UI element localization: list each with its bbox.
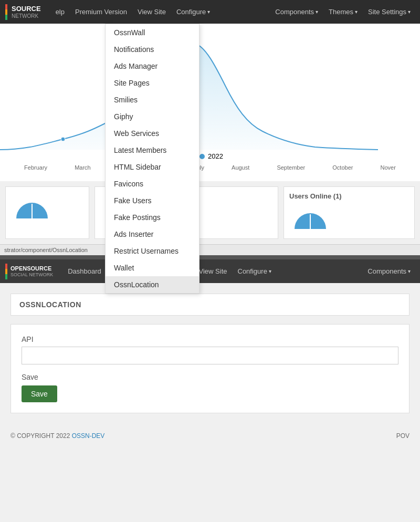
configure-dropdown: OssnWall Notifications Ads Manager Site …: [105, 24, 200, 294]
bottom-navbar: OPENSOURCE SOCIAL NETWORK Dashboard Help…: [0, 259, 420, 283]
brand-sub: NETWORK: [12, 13, 41, 19]
footer-right: POV: [396, 432, 410, 440]
save-button[interactable]: Save: [22, 385, 57, 402]
nav-view-site[interactable]: View Site: [133, 6, 170, 18]
users-online-chart: [289, 203, 331, 232]
bottom-brand-sub: SOCIAL NETWORK: [10, 272, 53, 277]
bottom-nav-dashboard[interactable]: Dashboard: [64, 265, 106, 277]
bottom-configure-caret: ▾: [269, 268, 271, 274]
api-input[interactable]: [22, 347, 398, 364]
dropdown-ads-manager[interactable]: Ads Manager: [106, 58, 199, 75]
bottom-components-caret: ▾: [408, 268, 411, 274]
top-navbar: SOURCE NETWORK elp Premium Version View …: [0, 0, 420, 24]
x-label-feb: February: [24, 164, 47, 171]
x-label-nov: Nover: [381, 164, 396, 171]
brand-name: SOURCE: [12, 5, 41, 13]
dropdown-web-services[interactable]: Web Services: [106, 125, 199, 142]
footer: © COPYRIGHT 2022 OSSN-DEV POV: [0, 424, 420, 448]
bottom-nav-components[interactable]: Components ▾: [363, 265, 415, 277]
api-label: API: [22, 335, 398, 343]
nav-site-settings[interactable]: Site Settings ▾: [364, 6, 415, 18]
dropdown-latest-members[interactable]: Latest Members: [106, 142, 199, 159]
x-label-mar: March: [75, 164, 91, 171]
dropdown-html-sidebar[interactable]: HTML Sidebar: [106, 159, 199, 175]
brand-logo: SOURCE NETWORK: [5, 4, 41, 20]
dropdown-fake-users[interactable]: Fake Users: [106, 192, 199, 209]
footer-copyright: © COPYRIGHT 2022 OSSN-DEV: [10, 432, 104, 440]
nav-components[interactable]: Components ▾: [271, 6, 322, 18]
dropdown-favicons[interactable]: Favicons: [106, 175, 199, 192]
section-divider: [0, 255, 420, 259]
main-content: OSSNLOCATION API Save Save: [0, 283, 420, 424]
themes-caret: ▾: [355, 9, 358, 15]
users-online-title: Users Online (1): [289, 192, 409, 200]
url-bar: strator/component/OssnLocation: [0, 244, 420, 255]
right-card: Users Online (1): [284, 186, 415, 239]
bottom-nav-view-site[interactable]: View Site: [195, 265, 232, 277]
nav-themes[interactable]: Themes ▾: [324, 6, 362, 18]
dropdown-restrict-usernames[interactable]: Restrict Usernames: [106, 243, 199, 259]
chart-svg: [0, 34, 420, 160]
dropdown-giphy[interactable]: Giphy: [106, 108, 199, 125]
dropdown-wallet[interactable]: Wallet: [106, 259, 199, 276]
x-label-oct: October: [332, 164, 353, 171]
bottom-brand-name: OPENSOURCE: [10, 265, 53, 272]
dropdown-notifications[interactable]: Notifications: [106, 41, 199, 58]
chart-area: 2022 February March A... June July Augus…: [0, 24, 420, 181]
nav-help[interactable]: elp: [51, 6, 69, 18]
bottom-logo-bar: [5, 264, 7, 279]
dropdown-ossn-location[interactable]: OssnLocation: [106, 276, 199, 293]
logo-color-bar: [5, 4, 7, 20]
dropdown-site-pages[interactable]: Site Pages: [106, 75, 199, 91]
legend-dot-2022: [200, 154, 205, 159]
page-title: OSSNLOCATION: [19, 300, 81, 309]
page-header: OSSNLOCATION: [10, 294, 410, 316]
x-label-sep: September: [277, 164, 305, 171]
bottom-nav-configure[interactable]: Configure ▾: [234, 265, 276, 277]
bottom-brand: OPENSOURCE SOCIAL NETWORK: [5, 264, 53, 279]
x-label-aug: August: [232, 164, 249, 171]
cards-area: Users Online (1): [0, 181, 420, 244]
dropdown-fake-postings[interactable]: Fake Postings: [106, 209, 199, 226]
top-nav-right: Components ▾ Themes ▾ Site Settings ▾: [271, 6, 415, 18]
chart-legend: 2022: [200, 152, 223, 160]
site-settings-caret: ▾: [408, 9, 411, 15]
svg-point-1: [61, 137, 65, 141]
footer-link[interactable]: OSSN-DEV: [72, 432, 105, 440]
dropdown-ads-inserter[interactable]: Ads Inserter: [106, 226, 199, 243]
configure-caret: ▾: [207, 9, 210, 15]
nav-configure[interactable]: Configure ▾: [172, 6, 214, 18]
form-section: API Save Save: [10, 324, 410, 413]
left-card: [5, 186, 89, 239]
left-card-chart: [11, 192, 53, 224]
top-nav-left: elp Premium Version View Site Configure …: [51, 6, 271, 18]
legend-year: 2022: [208, 152, 223, 160]
dropdown-smilies[interactable]: Smilies: [106, 91, 199, 108]
nav-premium[interactable]: Premium Version: [71, 6, 131, 18]
save-label: Save: [22, 373, 398, 381]
bottom-nav-right: Components ▾: [363, 265, 415, 277]
dropdown-ossnwall[interactable]: OssnWall: [106, 24, 199, 41]
components-caret: ▾: [316, 9, 318, 15]
chart-x-axis: February March A... June July August Sep…: [0, 164, 420, 171]
